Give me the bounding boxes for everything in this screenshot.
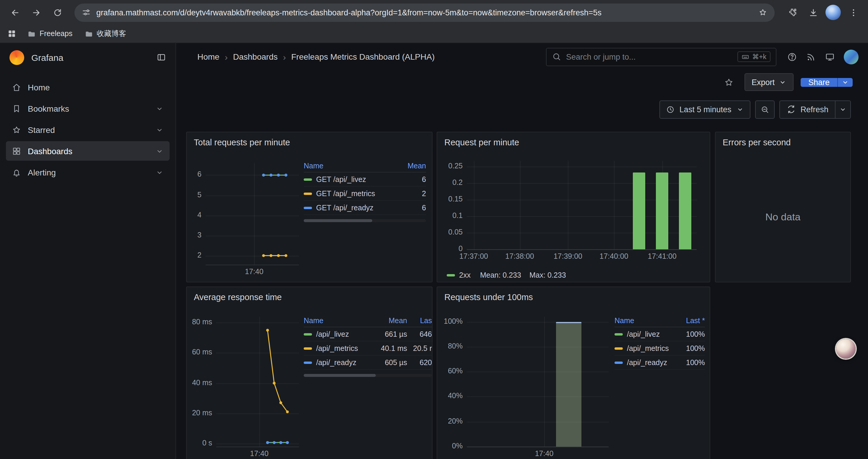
share-button[interactable]: Share	[801, 78, 837, 87]
legend-column-header[interactable]: Mean	[397, 162, 426, 170]
search-shortcut-badge: ⌘+k	[737, 52, 771, 62]
chevron-down-icon[interactable]	[155, 147, 164, 155]
gridline	[614, 161, 615, 249]
refresh-interval-button[interactable]	[835, 101, 850, 118]
reload-icon[interactable]	[49, 4, 66, 21]
folder-icon	[27, 29, 36, 38]
header-icons	[787, 49, 859, 64]
legend-row[interactable]: /api/_metrics40.1 ms20.5 r	[304, 341, 432, 356]
browser-profile-avatar[interactable]	[826, 5, 841, 20]
apps-grid-icon[interactable]	[7, 29, 17, 38]
breadcrumb-item[interactable]: Home	[197, 52, 219, 61]
gridline	[467, 371, 609, 372]
help-icon[interactable]	[787, 52, 797, 62]
legend-value: 605 µs	[372, 358, 407, 366]
gridline	[467, 397, 609, 397]
search-input[interactable]	[566, 52, 733, 61]
chevron-down-icon[interactable]	[155, 168, 164, 176]
legend-column-header[interactable]: Name	[304, 162, 397, 170]
chart-bar[interactable]	[556, 322, 581, 447]
panel-title[interactable]: Errors per second	[716, 132, 850, 147]
panel-requests-under-100ms[interactable]: Requests under 100ms 100%80%60%40%20%0%1…	[437, 287, 710, 459]
back-icon[interactable]	[6, 4, 24, 21]
breadcrumb-item[interactable]: Dashboards	[233, 52, 278, 61]
scrollbar-thumb[interactable]	[304, 219, 372, 222]
legend-column-header[interactable]: Name	[304, 316, 372, 325]
refresh-button[interactable]: Refresh	[780, 101, 835, 118]
line-chart: 6543217:40	[188, 153, 306, 279]
export-button[interactable]: Export	[745, 73, 794, 91]
legend-row[interactable]: /api/_readyz100%	[615, 356, 705, 370]
screen: grafana.mathmast.com/d/deytv4rwavabkb/fr…	[0, 0, 868, 459]
chevron-down-icon[interactable]	[155, 126, 164, 134]
site-settings-icon[interactable]	[82, 8, 91, 17]
axis-line	[467, 249, 696, 250]
extensions-icon[interactable]	[783, 4, 801, 21]
legend-column-header[interactable]: Las	[407, 316, 432, 325]
scrollbar-thumb[interactable]	[304, 374, 375, 377]
grafana-logo[interactable]	[9, 50, 24, 65]
panel-title[interactable]: Average response time	[187, 287, 432, 302]
legend-column-header[interactable]: Last *	[672, 316, 705, 325]
panel-errors-per-second[interactable]: Errors per second No data	[715, 132, 851, 282]
bookmark-item[interactable]: 收藏博客	[80, 27, 131, 40]
sidebar-item-dashboards[interactable]: Dashboards	[6, 141, 169, 161]
panel-title[interactable]: Total requests per minute	[187, 132, 432, 147]
chart-bar[interactable]	[679, 172, 691, 249]
axis-line	[467, 447, 609, 447]
legend-row[interactable]: GET /api/_livez6	[304, 172, 426, 187]
user-avatar[interactable]	[844, 49, 859, 64]
collapse-sidebar-icon[interactable]	[157, 53, 166, 62]
chart-bar[interactable]	[633, 172, 646, 249]
gridline	[467, 422, 609, 422]
sidebar-nav: HomeBookmarksStarredDashboardsAlerting	[0, 71, 176, 188]
legend-row[interactable]: /api/_livez661 µs646	[304, 327, 432, 341]
sidebar-item-alerting[interactable]: Alerting	[6, 162, 169, 182]
share-menu-button[interactable]	[837, 78, 852, 87]
news-rss-icon[interactable]	[806, 52, 816, 62]
breadcrumb: Home›Dashboards›Freeleaps Metrics Dashbo…	[197, 52, 435, 62]
legend-column-header[interactable]: Name	[615, 316, 672, 325]
url-text[interactable]: grafana.mathmast.com/d/deytv4rwavabkb/fr…	[96, 8, 753, 17]
url-bar[interactable]: grafana.mathmast.com/d/deytv4rwavabkb/fr…	[74, 3, 775, 22]
panel-title[interactable]: Request per minute	[437, 132, 710, 147]
chart-bar[interactable]	[656, 172, 668, 249]
display-icon[interactable]	[825, 52, 835, 62]
time-range-picker[interactable]: Last 5 minutes	[659, 100, 750, 119]
legend-scrollbar[interactable]	[304, 219, 426, 222]
series-color-swatch	[615, 361, 623, 364]
legend-series-name[interactable]: 2xx	[459, 271, 471, 280]
browser-menu-icon[interactable]	[844, 4, 862, 21]
legend-row[interactable]: /api/_readyz605 µs620	[304, 356, 432, 370]
panel-average-response-time[interactable]: Average response time 80 ms60 ms40 ms20 …	[186, 287, 433, 459]
legend-column-header[interactable]: Mean	[372, 316, 407, 325]
favorite-star-icon[interactable]	[721, 74, 737, 90]
legend-value: 6	[397, 203, 426, 212]
axis-tick-label: 60%	[448, 367, 463, 375]
bookmark-item[interactable]: Freeleaps	[23, 28, 77, 40]
legend-series-name: GET /api/_readyz	[304, 203, 397, 212]
panel-total-requests[interactable]: Total requests per minute 6543217:40 Nam…	[186, 132, 433, 282]
legend-inline[interactable]: 2xxMean: 0.233Max: 0.233	[447, 269, 704, 281]
legend-series-name: GET /api/_livez	[304, 175, 397, 184]
panel-request-per-minute[interactable]: Request per minute 00.050.10.150.20.2517…	[437, 132, 710, 282]
legend-row[interactable]: GET /api/_readyz6	[304, 201, 426, 215]
axis-tick-label: 0.05	[448, 228, 463, 236]
legend-row[interactable]: /api/_metrics100%	[615, 341, 705, 356]
axis-tick-label: 17:40:00	[587, 252, 641, 261]
floating-assistant-avatar[interactable]	[836, 339, 856, 359]
sidebar-item-bookmarks[interactable]: Bookmarks	[6, 99, 169, 118]
legend-row[interactable]: /api/_livez100%	[615, 327, 705, 341]
sidebar-item-starred[interactable]: Starred	[6, 120, 169, 139]
sidebar-item-home[interactable]: Home	[6, 77, 169, 97]
chevron-down-icon[interactable]	[155, 104, 164, 112]
zoom-out-button[interactable]	[755, 100, 774, 119]
legend-scrollbar[interactable]	[304, 374, 432, 377]
search-box[interactable]: ⌘+k	[546, 47, 776, 66]
downloads-icon[interactable]	[804, 4, 822, 21]
legend-row[interactable]: GET /api/_metrics2	[304, 187, 426, 201]
bookmark-star-icon[interactable]	[758, 8, 768, 17]
panel-title[interactable]: Requests under 100ms	[437, 287, 710, 302]
legend-header: NameMeanLas	[304, 314, 432, 327]
forward-icon[interactable]	[27, 4, 45, 21]
